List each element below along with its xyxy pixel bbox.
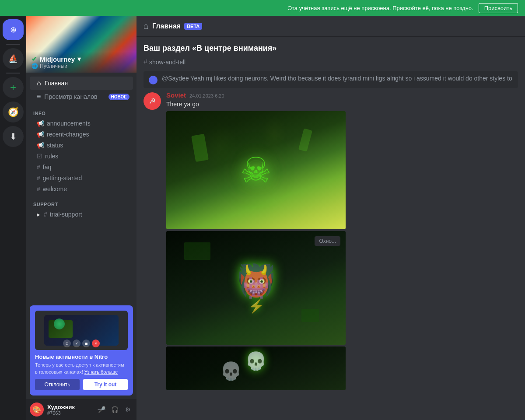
content-body: Ваш раздел «В центре внимания» # show-an… bbox=[136, 37, 525, 420]
user-avatar: 🎨 bbox=[30, 402, 44, 416]
message-preview: @Saydee Yeah mj likes doing neurons. Wei… bbox=[144, 71, 518, 88]
settings-button[interactable]: ⚙ bbox=[122, 404, 133, 415]
channel-tag: # show-and-tell bbox=[144, 58, 518, 66]
download-icon: ⬇ bbox=[10, 131, 17, 142]
nitro-accept-button[interactable]: Try it out bbox=[83, 379, 128, 390]
message-block: ☭ Soviet 24.01.2023 6:20 There ya go bbox=[144, 90, 518, 392]
preview-text: @Saydee Yeah mj likes doing neurons. Wei… bbox=[162, 75, 512, 82]
banner-text: Эта учётная запись ещё не присвоена. При… bbox=[288, 5, 473, 11]
message-area: @Saydee Yeah mj likes doing neurons. Wei… bbox=[144, 71, 518, 392]
channel-getting-started[interactable]: # getting-started bbox=[30, 173, 133, 183]
explore-button[interactable]: 🧭 bbox=[3, 102, 24, 122]
server-divider-2 bbox=[6, 73, 20, 74]
server-list: ⊛ ⛵ + 🧭 ⬇ bbox=[0, 16, 26, 420]
user-bar: 🎨 Художник #7063 🎤 🎧 ⚙ bbox=[26, 399, 136, 420]
image-2[interactable]: 👹 ⚡ Охно... bbox=[166, 231, 346, 345]
new-badge: НОВОЕ bbox=[108, 94, 130, 100]
claim-button[interactable]: Присвоить bbox=[479, 3, 518, 13]
app-body: ⊛ ⛵ + 🧭 ⬇ ✔ Midjourney ▾ bbox=[0, 16, 525, 420]
main-content: ⌂ Главная BETA Ваш раздел «В центре вним… bbox=[136, 16, 525, 420]
user-tag: #7063 bbox=[47, 410, 93, 416]
server-name: ✔ Midjourney ▾ bbox=[32, 55, 81, 63]
headphones-button[interactable]: 🎧 bbox=[109, 404, 120, 415]
top-banner: Эта учётная запись ещё не присвоена. При… bbox=[0, 0, 525, 16]
header-home-icon: ⌂ bbox=[144, 21, 149, 31]
hash-icon-tag: # bbox=[144, 58, 147, 66]
mini-avatar bbox=[149, 76, 158, 84]
discord-icon: ⊛ bbox=[10, 25, 17, 35]
nitro-decline-button[interactable]: Отклонить bbox=[35, 379, 80, 390]
content-header: ⌂ Главная BETA bbox=[136, 16, 525, 37]
beta-badge: BETA bbox=[184, 23, 202, 30]
channel-welcome[interactable]: # welcome bbox=[30, 184, 133, 194]
hash-icon-welcome: # bbox=[37, 186, 40, 192]
server-type: 🌐 Публичный bbox=[32, 63, 81, 69]
channel-sidebar: ✔ Midjourney ▾ 🌐 Публичный ⌂ Главная ≡ bbox=[26, 16, 136, 420]
add-server-button[interactable]: + bbox=[3, 77, 24, 98]
image-3[interactable]: 💀 bbox=[166, 346, 346, 390]
nitro-preview: ⊡ ✔ ◼ ✕ bbox=[35, 311, 128, 350]
ctrl-btn-4[interactable]: ✕ bbox=[92, 340, 100, 347]
nav-home[interactable]: ⌂ Главная bbox=[30, 77, 133, 90]
server-icon-boat[interactable]: ⛵ bbox=[3, 48, 24, 69]
boat-icon: ⛵ bbox=[8, 54, 18, 63]
header-title: Главная bbox=[152, 22, 181, 30]
message-time: 24.01.2023 6:20 bbox=[189, 93, 224, 98]
message-avatar: ☭ bbox=[144, 92, 161, 110]
user-name: Художник bbox=[47, 404, 93, 410]
server-divider bbox=[6, 44, 20, 45]
chevron-icon: ▾ bbox=[77, 55, 81, 63]
channel-list: ⌂ Главная ≡ Просмотр каналов НОВОЕ INFO … bbox=[26, 73, 136, 302]
avatar-emoji: 🎨 bbox=[32, 406, 41, 414]
ctrl-btn-1[interactable]: ⊡ bbox=[63, 340, 71, 347]
channel-recent-changes[interactable]: 📢 recent-changes bbox=[30, 129, 133, 140]
channel-indicator: ▶ bbox=[37, 212, 40, 217]
mute-icon: 🎤 bbox=[98, 406, 105, 413]
channel-rules[interactable]: ☑ rules bbox=[30, 151, 133, 161]
section-info: INFO bbox=[26, 104, 136, 118]
message-author: Soviet bbox=[166, 91, 186, 99]
dismiss-button[interactable]: Охно... bbox=[315, 236, 340, 246]
image-1-content: ☠ bbox=[166, 111, 346, 229]
explore-icon: 🧭 bbox=[8, 107, 19, 117]
section-title: Ваш раздел «В центре внимания» bbox=[144, 44, 518, 53]
message-header: Soviet 24.01.2023 6:20 bbox=[166, 91, 518, 99]
soviet-avatar-icon: ☭ bbox=[149, 96, 156, 106]
server-header: ✔ Midjourney ▾ 🌐 Публичный bbox=[26, 16, 136, 73]
nav-browse-channels[interactable]: ≡ Просмотр каналов НОВОЕ bbox=[30, 90, 133, 103]
download-button[interactable]: ⬇ bbox=[3, 126, 24, 147]
checkbox-icon: ☑ bbox=[37, 153, 42, 160]
hash-icon-faq: # bbox=[37, 164, 40, 171]
gear-icon: ⚙ bbox=[125, 406, 131, 413]
nitro-buttons: Отклонить Try it out bbox=[35, 379, 128, 390]
megaphone-icon-2: 📢 bbox=[37, 131, 44, 138]
image-grid: ☠ bbox=[166, 111, 346, 390]
globe-icon: 🌐 bbox=[32, 63, 38, 69]
nitro-learn-more-link[interactable]: Узнать больше bbox=[84, 369, 118, 374]
message-content: Soviet 24.01.2023 6:20 There ya go bbox=[166, 91, 518, 390]
nitro-description: Теперь у вас есть доступ к активностям в… bbox=[35, 362, 128, 375]
channel-status[interactable]: 📢 status bbox=[30, 140, 133, 150]
verified-icon: ✔ bbox=[32, 55, 37, 63]
image-1[interactable]: ☠ bbox=[166, 111, 346, 229]
headphones-icon: 🎧 bbox=[111, 406, 119, 413]
ctrl-btn-3[interactable]: ◼ bbox=[82, 340, 90, 347]
server-icon-discord[interactable]: ⊛ bbox=[3, 19, 24, 40]
channel-announcements[interactable]: 📢 announcements bbox=[30, 118, 133, 129]
megaphone-icon-3: 📢 bbox=[37, 142, 44, 149]
mute-button[interactable]: 🎤 bbox=[96, 404, 107, 415]
home-icon: ⌂ bbox=[37, 79, 41, 87]
section-support: SUPPORT bbox=[26, 195, 136, 209]
hash-icon-trial: # bbox=[44, 211, 47, 218]
channel-trial-support[interactable]: ▶ # trial-support bbox=[30, 209, 133, 220]
channel-faq[interactable]: # faq bbox=[30, 162, 133, 172]
user-info: Художник #7063 bbox=[47, 404, 93, 416]
message-text: There ya go bbox=[166, 101, 518, 108]
ctrl-btn-2[interactable]: ✔ bbox=[73, 340, 80, 347]
nitro-promo-card: ⊡ ✔ ◼ ✕ Новые активности в Nitro Теперь … bbox=[30, 305, 133, 396]
browse-icon: ≡ bbox=[37, 93, 41, 101]
nitro-title: Новые активности в Nitro bbox=[35, 354, 128, 360]
hash-icon-gs: # bbox=[37, 175, 40, 182]
user-controls: 🎤 🎧 ⚙ bbox=[96, 404, 133, 415]
megaphone-icon: 📢 bbox=[37, 120, 44, 127]
